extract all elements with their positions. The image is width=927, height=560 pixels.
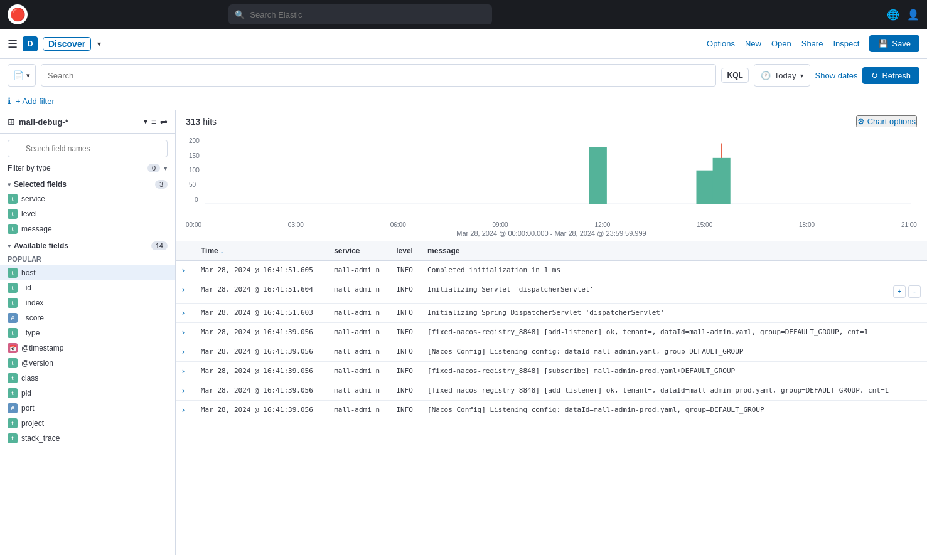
selected-fields-list: t service t level t message (0, 191, 175, 236)
available-field-class[interactable]: t class (0, 371, 175, 386)
available-field-type[interactable]: t _type (0, 325, 175, 341)
available-field-score[interactable]: # _score (0, 310, 175, 325)
expand-row-icon[interactable]: › (182, 266, 185, 275)
selected-fields-section[interactable]: ▾ Selected fields 3 (0, 175, 175, 191)
sidebar: ⊞ mall-debug-* ▾ ≡ ⇌ 🔍 Filter by type 0 … (0, 110, 176, 555)
globe-icon[interactable]: 🌐 (887, 9, 899, 21)
hamburger-menu[interactable]: ☰ (8, 37, 18, 51)
selected-field-level[interactable]: t level (0, 206, 175, 221)
available-field-stack-trace[interactable]: t stack_trace (0, 431, 175, 446)
level-cell: INFO (390, 362, 421, 381)
field-type-badge-t: t (8, 268, 18, 278)
app-chevron-icon[interactable]: ▾ (97, 40, 101, 48)
available-field-index[interactable]: t _index (0, 295, 175, 310)
add-filter-field-button[interactable]: + (893, 285, 906, 298)
save-icon: 💾 (878, 39, 888, 48)
svg-rect-7 (696, 171, 714, 204)
service-cell: mall-admi n (328, 280, 390, 304)
expand-row-icon[interactable]: › (182, 328, 185, 337)
kql-badge[interactable]: KQL (721, 68, 748, 83)
available-field-version[interactable]: t @version (0, 356, 175, 371)
field-type-badge-t: t (8, 209, 18, 219)
global-search-bar[interactable]: 🔍 (228, 4, 492, 24)
share-link[interactable]: Share (801, 39, 823, 48)
global-search-input[interactable] (250, 10, 486, 19)
available-field-id[interactable]: t _id (0, 280, 175, 295)
message-col-header[interactable]: message (421, 241, 927, 261)
selected-field-service[interactable]: t service (0, 191, 175, 206)
service-col-header[interactable]: service (328, 241, 390, 261)
service-cell: mall-admi n (328, 304, 390, 323)
search-icon: 🔍 (235, 10, 245, 19)
available-field-port[interactable]: # port (0, 401, 175, 416)
show-dates-button[interactable]: Show dates (815, 71, 858, 80)
available-field-host[interactable]: t host (0, 265, 175, 280)
time-col-header[interactable]: Time ↓ (195, 241, 328, 261)
level-cell: INFO (390, 280, 421, 304)
dropdown-icon[interactable]: ▾ (26, 71, 30, 80)
time-cell: Mar 28, 2024 @ 16:41:39.056 (195, 342, 328, 362)
new-link[interactable]: New (745, 39, 761, 48)
field-type-badge-t: t (8, 224, 18, 234)
time-cell: Mar 28, 2024 @ 16:41:39.056 (195, 401, 328, 420)
table-row: ›Mar 28, 2024 @ 16:41:51.603mall-admi nI… (176, 304, 927, 323)
svg-rect-6 (589, 147, 607, 204)
refresh-button[interactable]: ↻ Refresh (862, 67, 919, 84)
field-name-type: _type (21, 329, 40, 337)
add-filter-button[interactable]: + Add filter (16, 97, 55, 106)
search-input-wrap (41, 64, 716, 87)
field-name-port: port (21, 404, 35, 413)
grid-icon[interactable]: ⊞ (8, 117, 15, 127)
app-name[interactable]: Discover (43, 37, 91, 51)
filter-info-icon[interactable]: ℹ (8, 96, 11, 106)
filter-by-type-row[interactable]: Filter by type 0 ▾ (0, 161, 175, 175)
expand-row-icon[interactable]: › (182, 406, 185, 415)
search-input[interactable] (48, 71, 709, 80)
field-search-input[interactable] (8, 140, 168, 157)
svg-text:100: 100 (189, 166, 200, 174)
table-row: ›Mar 28, 2024 @ 16:41:51.605mall-admi nI… (176, 261, 927, 280)
expand-row-icon[interactable]: › (182, 347, 185, 356)
available-fields-section[interactable]: ▾ Available fields 14 (0, 236, 175, 253)
fields-icon[interactable]: ≡ (151, 117, 156, 127)
field-name-stack-trace: stack_trace (21, 434, 60, 443)
expand-row-icon[interactable]: › (182, 285, 185, 294)
time-picker[interactable]: 🕐 Today ▾ (754, 64, 810, 87)
time-cell: Mar 28, 2024 @ 16:41:39.056 (195, 381, 328, 401)
hits-bar: 313 hits ⚙ Chart options (176, 110, 927, 132)
selected-fields-title: Selected fields (14, 180, 153, 189)
expand-row-icon[interactable]: › (182, 309, 185, 317)
field-name-host: host (21, 268, 36, 277)
second-bar-nav: Options New Open Share Inspect 💾 Save (707, 35, 919, 52)
service-cell: mall-admi n (328, 401, 390, 420)
field-name-score: _score (21, 314, 44, 322)
message-cell: [Nacos Config] Listening config: dataId=… (421, 401, 927, 420)
chart-options-button[interactable]: ⚙ Chart options (856, 115, 917, 127)
columns-icon[interactable]: ⇌ (160, 117, 168, 127)
open-link[interactable]: Open (771, 39, 791, 48)
index-pattern-row: ⊞ mall-debug-* ▾ ≡ ⇌ (0, 110, 175, 134)
elastic-logo[interactable]: 🔴 (8, 4, 28, 24)
user-icon[interactable]: 👤 (907, 9, 919, 21)
remove-filter-field-button[interactable]: - (908, 285, 921, 298)
popular-label: Popular (0, 253, 175, 265)
available-field-project[interactable]: t project (0, 416, 175, 431)
options-link[interactable]: Options (707, 39, 735, 48)
field-type-badge-t: t (8, 388, 18, 398)
available-field-pid[interactable]: t pid (0, 386, 175, 401)
expand-row-icon[interactable]: › (182, 386, 185, 395)
inspect-link[interactable]: Inspect (833, 39, 859, 48)
table-row: ›Mar 28, 2024 @ 16:41:51.604mall-admi nI… (176, 280, 927, 304)
level-cell: INFO (390, 342, 421, 362)
level-col-header[interactable]: level (390, 241, 421, 261)
index-pattern-chevron-icon[interactable]: ▾ (144, 117, 147, 126)
field-type-badge-t: t (8, 194, 18, 204)
top-nav-right: 🌐 👤 (887, 9, 919, 21)
data-table: Time ↓ service level message ›Mar 28, 20… (176, 241, 927, 420)
selected-field-message[interactable]: t message (0, 221, 175, 236)
available-fields-count: 14 (151, 241, 168, 250)
save-button[interactable]: 💾 Save (869, 35, 919, 52)
field-type-badge-hash: # (8, 313, 18, 323)
available-field-timestamp[interactable]: 📅 @timestamp (0, 341, 175, 356)
expand-row-icon[interactable]: › (182, 367, 185, 376)
